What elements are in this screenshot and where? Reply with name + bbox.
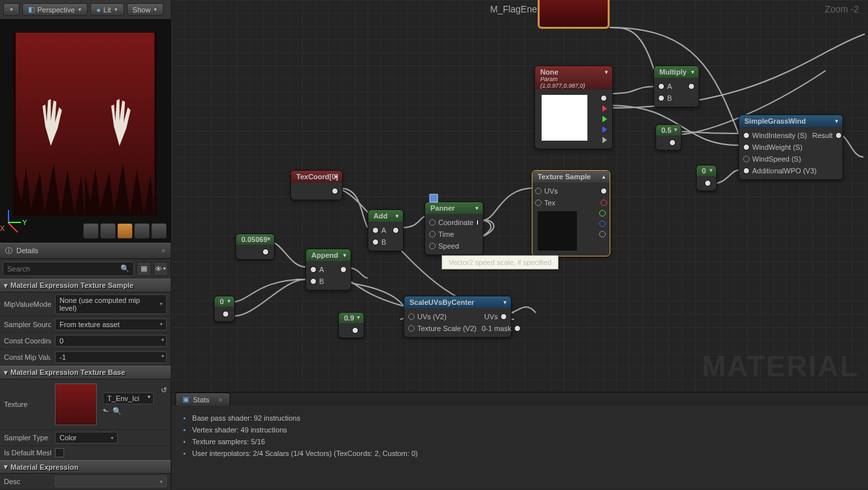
preview-viewport[interactable]: Y X (0, 20, 171, 243)
collapse-icon[interactable]: ▼ (394, 213, 400, 219)
input-pin-speed[interactable] (429, 243, 436, 249)
output-pin[interactable] (222, 311, 229, 317)
search-icon[interactable]: 🔍 (116, 264, 133, 273)
texture-asset-dropdown[interactable]: T_Env_Ici (103, 393, 154, 404)
input-pin-a[interactable] (372, 227, 379, 234)
toolbar-menu-button[interactable]: ▼ (3, 3, 20, 16)
node-add[interactable]: Add▼ A B (368, 209, 404, 251)
node-scaleuvsbycenter[interactable]: ScaleUVsByCenter▼ UVs (V2)UVs Texture Sc… (404, 296, 512, 338)
output-pin-a[interactable] (602, 137, 607, 143)
input-pin-tex[interactable] (535, 200, 542, 206)
desc-input[interactable] (55, 476, 167, 487)
output-pin[interactable] (352, 327, 358, 334)
isdefault-checkbox[interactable] (55, 448, 64, 457)
output-pin[interactable] (669, 139, 676, 146)
mesh-tool[interactable] (151, 223, 167, 239)
collapse-icon[interactable]: ▼ (356, 315, 361, 321)
collapse-icon[interactable]: ▼ (226, 298, 232, 304)
output-pin[interactable] (332, 188, 338, 194)
output-pin-r[interactable] (602, 105, 607, 112)
output-preview-thumb[interactable] (538, 0, 610, 29)
input-pin-a[interactable] (310, 266, 317, 273)
cylinder-tool[interactable] (83, 223, 99, 239)
collapse-icon[interactable]: ▼ (673, 127, 678, 133)
mipvaluemode-dropdown[interactable]: None (use computed mip level) (55, 294, 167, 314)
texture-thumbnail[interactable] (55, 383, 97, 425)
output-pin-b[interactable] (602, 126, 607, 133)
output-pin-uvs[interactable] (500, 313, 507, 320)
section-material-expression[interactable]: ▾Material Expression (0, 460, 171, 474)
input-pin-b[interactable] (372, 239, 379, 245)
input-pin-time[interactable] (429, 231, 436, 237)
constcoord-spinner[interactable]: 0 (55, 335, 167, 347)
output-pin[interactable] (262, 249, 269, 255)
node-append[interactable]: Append▼ A B (305, 249, 351, 290)
plane-tool[interactable] (117, 223, 133, 239)
collapse-icon[interactable]: ▼ (708, 167, 714, 173)
input-pin-b[interactable] (658, 95, 665, 101)
samplersource-dropdown[interactable]: From texture asset (55, 319, 167, 330)
output-pin[interactable] (392, 227, 399, 234)
input-pin-uvs[interactable] (535, 188, 542, 194)
constmip-spinner[interactable]: -1 (55, 351, 167, 363)
collapse-icon[interactable]: ▼ (690, 69, 695, 75)
collapse-icon[interactable]: ▼ (334, 174, 339, 180)
input-pin[interactable] (743, 156, 750, 162)
input-pin-a[interactable] (658, 83, 665, 90)
output-pin-g[interactable] (599, 210, 606, 217)
browse-icon[interactable]: 🔍 (113, 407, 122, 415)
input-pin-scale[interactable] (408, 325, 415, 332)
node-constant-0[interactable]: 0▼ (696, 165, 717, 191)
node-texcoord[interactable]: TexCoord[0]▼ (290, 170, 343, 200)
output-pin[interactable] (476, 219, 479, 226)
collapse-icon[interactable]: ▼ (604, 69, 609, 75)
section-texture-base[interactable]: ▾Material Expression Texture Base (0, 366, 171, 379)
node-constant-0-5[interactable]: 0.5▼ (655, 124, 682, 150)
sphere-tool[interactable] (100, 223, 116, 239)
breakpoint-icon[interactable] (429, 194, 438, 203)
node-constant-0b[interactable]: 0▼ (214, 296, 235, 322)
node-texture-sample[interactable]: Texture Sample▲ UVs Tex (532, 170, 610, 256)
lit-button[interactable]: ● Lit▼ (90, 3, 124, 16)
input-pin[interactable] (743, 144, 750, 150)
output-pin[interactable] (340, 266, 347, 273)
input-pin-uvs[interactable] (408, 313, 415, 320)
show-button[interactable]: Show▼ (127, 3, 164, 16)
output-pin-rgb[interactable] (600, 188, 607, 194)
close-icon[interactable]: × (162, 247, 165, 254)
output-pin-r[interactable] (600, 200, 607, 206)
search-field[interactable] (3, 263, 116, 275)
use-selected-icon[interactable]: ⬑ (103, 407, 109, 415)
input-pin-coord[interactable] (429, 219, 436, 226)
output-pin-mask[interactable] (514, 325, 521, 332)
eye-button[interactable]: 👁▼ (154, 262, 168, 276)
collapse-icon[interactable]: ▼ (474, 205, 479, 211)
input-pin[interactable] (743, 167, 750, 174)
output-pin[interactable] (835, 132, 842, 139)
close-icon[interactable]: × (218, 396, 222, 404)
grid-view-button[interactable]: ▦ (137, 262, 151, 276)
node-constant-0-05069[interactable]: 0.05069▼ (235, 234, 275, 260)
node-param-none[interactable]: None Param (1,0.977,0.987,0) ▼ (534, 65, 613, 149)
collapse-icon[interactable]: ▼ (502, 300, 508, 306)
node-simplegrasswind[interactable]: SimpleGrassWind▼ WindIntensity (S)Result… (738, 114, 843, 180)
collapse-icon[interactable]: ▼ (342, 253, 347, 258)
node-panner[interactable]: Panner▼ Coordinate Time Speed (425, 201, 483, 255)
output-pin[interactable] (688, 83, 695, 90)
input-pin-b[interactable] (310, 278, 317, 285)
output-pin[interactable] (704, 180, 711, 186)
cube-tool[interactable] (134, 223, 150, 239)
collapse-icon[interactable]: ▼ (266, 236, 271, 242)
output-pin-rgba[interactable] (600, 95, 607, 101)
expand-icon[interactable]: ▲ (601, 174, 606, 180)
output-pin-a[interactable] (599, 231, 606, 237)
search-input[interactable]: 🔍 (3, 262, 134, 276)
collapse-icon[interactable]: ▼ (834, 118, 839, 124)
input-pin[interactable] (743, 132, 750, 139)
material-graph[interactable]: M_FlagEnemy Zoom -2 MATERIAL (171, 0, 868, 392)
section-texture-sample[interactable]: ▾Material Expression Texture Sample (0, 279, 171, 292)
node-multiply[interactable]: Multiply▼ A B (653, 65, 699, 107)
stats-tab[interactable]: ▣ Stats × (175, 393, 230, 406)
node-constant-0-9[interactable]: 0.9▼ (338, 312, 364, 338)
reset-icon[interactable]: ↺ (161, 386, 167, 394)
